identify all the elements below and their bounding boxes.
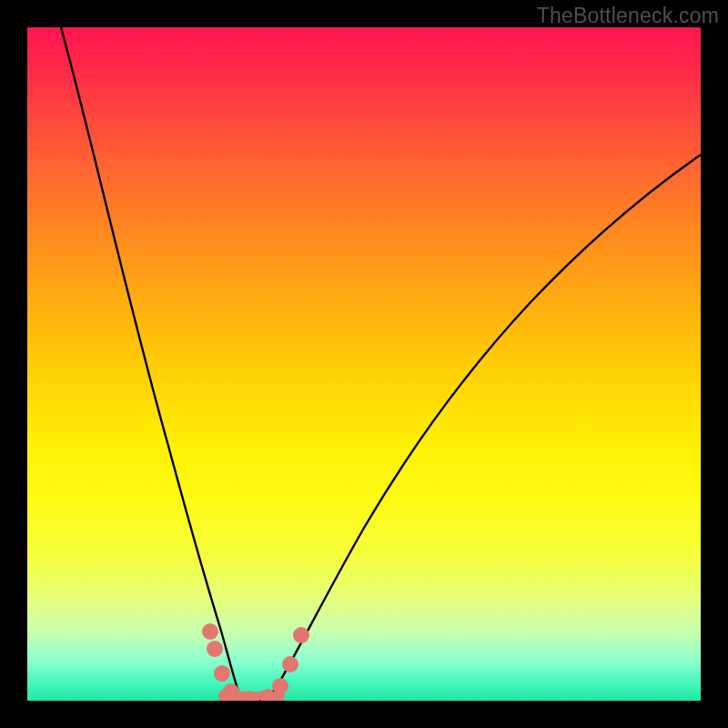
plot-gradient-area xyxy=(27,27,701,701)
highlight-dot xyxy=(272,678,288,694)
highlight-dot xyxy=(207,641,223,657)
highlight-dot xyxy=(223,683,239,700)
watermark-text: TheBottleneck.com xyxy=(537,4,719,28)
left-branch-curve xyxy=(61,27,246,701)
highlight-dot xyxy=(202,623,218,640)
curves-svg xyxy=(27,27,701,701)
chart-frame: TheBottleneck.com xyxy=(0,0,728,728)
highlight-dot xyxy=(214,665,230,682)
highlight-dot xyxy=(293,627,309,643)
right-branch-curve xyxy=(259,155,701,701)
highlight-dot xyxy=(282,656,298,672)
